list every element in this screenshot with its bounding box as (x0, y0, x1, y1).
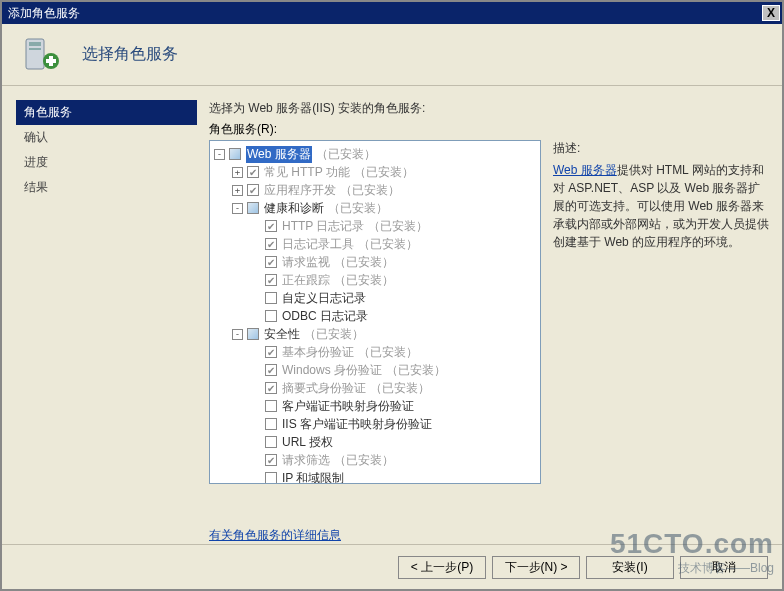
toggle-spacer (250, 383, 261, 394)
tree-node-label: 健康和诊断 (264, 200, 324, 217)
tree-node[interactable]: 摘要式身份验证（已安装） (212, 379, 538, 397)
install-button[interactable]: 安装(I) (586, 556, 674, 579)
footer: < 上一步(P) 下一步(N) > 安装(I) 取消 (2, 544, 782, 590)
checkbox[interactable] (265, 472, 277, 484)
tree-node[interactable]: 请求筛选（已安装） (212, 451, 538, 469)
tree-node[interactable]: -Web 服务器（已安装） (212, 145, 538, 163)
toggle-spacer (250, 419, 261, 430)
checkbox-installed-icon (247, 166, 259, 178)
toggle-spacer (250, 257, 261, 268)
toggle-spacer (250, 473, 261, 484)
checkbox-installed-icon (265, 382, 277, 394)
installed-badge: （已安装） (334, 452, 394, 469)
tree-node-label: 正在跟踪 (282, 272, 330, 289)
installed-badge: （已安装） (358, 344, 418, 361)
checkbox-installed-icon (265, 256, 277, 268)
svg-rect-5 (46, 59, 56, 63)
checkbox-mixed-icon (229, 148, 241, 160)
installed-badge: （已安装） (370, 380, 430, 397)
titlebar: 添加角色服务 X (2, 2, 782, 24)
window-title: 添加角色服务 (8, 5, 762, 22)
tree-node-label: Web 服务器 (246, 146, 312, 163)
tree-node[interactable]: ODBC 日志记录 (212, 307, 538, 325)
tree-node[interactable]: 基本身份验证（已安装） (212, 343, 538, 361)
toggle-spacer (250, 221, 261, 232)
toggle-spacer (250, 401, 261, 412)
tree-node-label: 基本身份验证 (282, 344, 354, 361)
expand-icon[interactable]: + (232, 185, 243, 196)
toggle-spacer (250, 365, 261, 376)
close-icon[interactable]: X (762, 5, 780, 21)
sidebar-step-2[interactable]: 进度 (16, 150, 197, 175)
toggle-spacer (250, 311, 261, 322)
installed-badge: （已安装） (334, 272, 394, 289)
installed-badge: （已安装） (358, 236, 418, 253)
installed-badge: （已安装） (316, 146, 376, 163)
toggle-spacer (250, 437, 261, 448)
description-panel: 描述: Web 服务器提供对 HTML 网站的支持和对 ASP.NET、ASP … (553, 140, 770, 521)
installed-badge: （已安装） (328, 200, 388, 217)
tree-node[interactable]: HTTP 日志记录（已安装） (212, 217, 538, 235)
tree-node[interactable]: -安全性（已安装） (212, 325, 538, 343)
tree-node[interactable]: URL 授权 (212, 433, 538, 451)
checkbox-installed-icon (247, 184, 259, 196)
tree-node-label: HTTP 日志记录 (282, 218, 364, 235)
checkbox-installed-icon (265, 274, 277, 286)
sidebar-step-3[interactable]: 结果 (16, 175, 197, 200)
body: 角色服务确认进度结果 选择为 Web 服务器(IIS) 安装的角色服务: 角色服… (2, 86, 782, 544)
collapse-icon[interactable]: - (232, 203, 243, 214)
checkbox[interactable] (265, 400, 277, 412)
tree-node[interactable]: 客户端证书映射身份验证 (212, 397, 538, 415)
tree-node-label: 请求筛选 (282, 452, 330, 469)
tree-node-label: 常见 HTTP 功能 (264, 164, 350, 181)
prompt-text: 选择为 Web 服务器(IIS) 安装的角色服务: (209, 100, 770, 117)
header: 选择角色服务 (2, 24, 782, 86)
previous-button[interactable]: < 上一步(P) (398, 556, 486, 579)
tree-node[interactable]: 自定义日志记录 (212, 289, 538, 307)
details-link[interactable]: 有关角色服务的详细信息 (209, 527, 770, 544)
cancel-button[interactable]: 取消 (680, 556, 768, 579)
svg-rect-2 (29, 48, 41, 50)
toggle-spacer (250, 347, 261, 358)
tree-node[interactable]: IP 和域限制 (212, 469, 538, 484)
tree-node-label: 客户端证书映射身份验证 (282, 398, 414, 415)
role-services-tree[interactable]: -Web 服务器（已安装）+常见 HTTP 功能（已安装）+应用程序开发（已安装… (209, 140, 541, 484)
checkbox-installed-icon (265, 220, 277, 232)
collapse-icon[interactable]: - (232, 329, 243, 340)
sidebar-step-1[interactable]: 确认 (16, 125, 197, 150)
tree-node[interactable]: 日志记录工具（已安装） (212, 235, 538, 253)
tree-node[interactable]: IIS 客户端证书映射身份验证 (212, 415, 538, 433)
checkbox[interactable] (265, 418, 277, 430)
sidebar: 角色服务确认进度结果 (2, 86, 197, 544)
tree-node-label: ODBC 日志记录 (282, 308, 368, 325)
installed-badge: （已安装） (354, 164, 414, 181)
checkbox-installed-icon (265, 364, 277, 376)
installed-badge: （已安装） (386, 362, 446, 379)
tree-node[interactable]: Windows 身份验证（已安装） (212, 361, 538, 379)
collapse-icon[interactable]: - (214, 149, 225, 160)
tree-node[interactable]: 请求监视（已安装） (212, 253, 538, 271)
tree-node-label: 应用程序开发 (264, 182, 336, 199)
expand-icon[interactable]: + (232, 167, 243, 178)
description-text: Web 服务器提供对 HTML 网站的支持和对 ASP.NET、ASP 以及 W… (553, 161, 770, 251)
tree-node[interactable]: 正在跟踪（已安装） (212, 271, 538, 289)
checkbox-mixed-icon (247, 202, 259, 214)
checkbox[interactable] (265, 292, 277, 304)
checkbox[interactable] (265, 436, 277, 448)
tree-node[interactable]: +常见 HTTP 功能（已安装） (212, 163, 538, 181)
tree-node-label: 请求监视 (282, 254, 330, 271)
role-services-label: 角色服务(R): (209, 121, 770, 138)
tree-node[interactable]: -健康和诊断（已安装） (212, 199, 538, 217)
description-link[interactable]: Web 服务器 (553, 163, 617, 177)
sidebar-step-0[interactable]: 角色服务 (16, 100, 197, 125)
next-button[interactable]: 下一步(N) > (492, 556, 580, 579)
toggle-spacer (250, 455, 261, 466)
tree-node-label: 摘要式身份验证 (282, 380, 366, 397)
installed-badge: （已安装） (334, 254, 394, 271)
tree-node[interactable]: +应用程序开发（已安装） (212, 181, 538, 199)
tree-node-label: 日志记录工具 (282, 236, 354, 253)
tree-node-label: 自定义日志记录 (282, 290, 366, 307)
checkbox[interactable] (265, 310, 277, 322)
tree-node-label: IP 和域限制 (282, 470, 344, 485)
toggle-spacer (250, 239, 261, 250)
